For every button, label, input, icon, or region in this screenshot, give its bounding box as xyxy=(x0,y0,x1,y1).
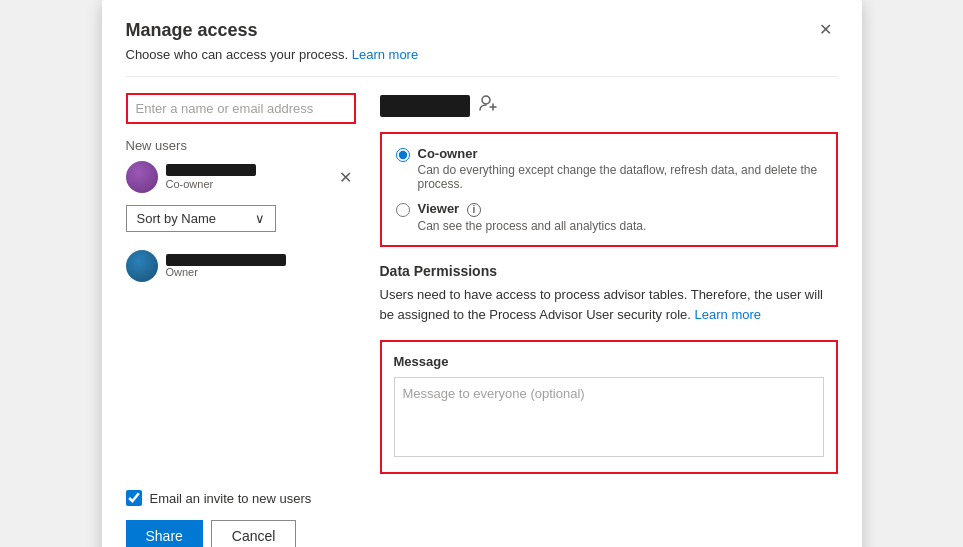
coowner-label: Co-owner xyxy=(418,146,822,161)
owner-item: Owner xyxy=(126,250,356,282)
manage-access-dialog: Manage access ✕ Choose who can access yo… xyxy=(102,0,862,547)
viewer-info-icon: i xyxy=(467,203,481,217)
divider xyxy=(126,76,838,77)
left-panel: New users Co-owner ✕ Sort by Name ∨ xyxy=(126,93,356,474)
coowner-option: Co-owner Can do everything except change… xyxy=(396,146,822,191)
data-permissions-title: Data Permissions xyxy=(380,263,838,279)
dialog-header: Manage access ✕ xyxy=(126,20,838,41)
viewer-option: Viewer i Can see the process and all ana… xyxy=(396,201,822,233)
sort-dropdown[interactable]: Sort by Name ∨ xyxy=(126,205,276,232)
user-role-label: Co-owner xyxy=(166,178,256,190)
close-button[interactable]: ✕ xyxy=(813,20,838,40)
owner-avatar xyxy=(126,250,158,282)
email-invite-label: Email an invite to new users xyxy=(150,491,312,506)
content-row: New users Co-owner ✕ Sort by Name ∨ xyxy=(126,93,838,474)
owner-role-label: Owner xyxy=(166,266,286,278)
viewer-desc: Can see the process and all analytics da… xyxy=(418,219,647,233)
user-info: Co-owner xyxy=(166,164,256,190)
data-permissions-text: Users need to have access to process adv… xyxy=(380,285,838,324)
svg-point-0 xyxy=(482,96,490,104)
dialog-subtitle: Choose who can access your process. Lear… xyxy=(126,47,838,62)
right-panel: Co-owner Can do everything except change… xyxy=(380,93,838,474)
person-add-icon xyxy=(478,93,498,118)
data-permissions-section: Data Permissions Users need to have acce… xyxy=(380,263,838,324)
owner-info: Owner xyxy=(166,254,286,278)
dialog-title: Manage access xyxy=(126,20,258,41)
owner-name-block xyxy=(166,254,286,266)
email-invite-row: Email an invite to new users xyxy=(126,490,838,506)
share-button[interactable]: Share xyxy=(126,520,203,547)
chevron-down-icon: ∨ xyxy=(255,211,265,226)
message-label: Message xyxy=(394,354,824,369)
right-top xyxy=(380,93,838,118)
coowner-desc: Can do everything except change the data… xyxy=(418,163,822,191)
message-textarea[interactable] xyxy=(394,377,824,457)
user-item-left: Co-owner xyxy=(126,161,256,193)
cancel-button[interactable]: Cancel xyxy=(211,520,297,547)
viewer-radio[interactable] xyxy=(396,203,410,217)
coowner-radio[interactable] xyxy=(396,148,410,162)
user-pill xyxy=(380,95,470,117)
data-permissions-learn-more[interactable]: Learn more xyxy=(695,307,761,322)
action-buttons: Share Cancel xyxy=(126,520,838,547)
avatar xyxy=(126,161,158,193)
message-section: Message xyxy=(380,340,838,474)
bottom-row: Email an invite to new users Share Cance… xyxy=(126,474,838,547)
email-invite-checkbox[interactable] xyxy=(126,490,142,506)
new-users-label: New users xyxy=(126,138,356,153)
role-selection-box: Co-owner Can do everything except change… xyxy=(380,132,838,247)
learn-more-link[interactable]: Learn more xyxy=(352,47,418,62)
user-name-block xyxy=(166,164,256,176)
new-user-item: Co-owner ✕ xyxy=(126,161,356,193)
remove-user-button[interactable]: ✕ xyxy=(335,166,356,189)
search-input[interactable] xyxy=(126,93,356,124)
viewer-label: Viewer i xyxy=(418,201,647,217)
sort-label: Sort by Name xyxy=(137,211,216,226)
